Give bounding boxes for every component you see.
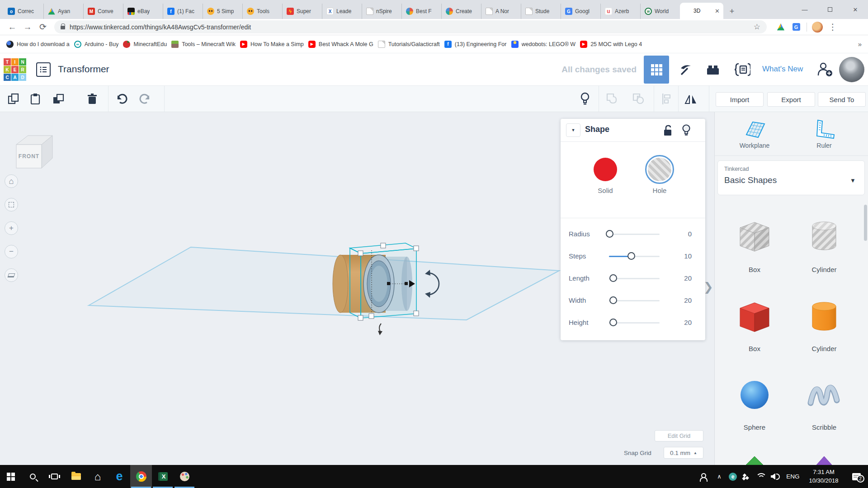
eset-tray-icon[interactable]: e xyxy=(726,465,740,488)
bookmark-star-icon[interactable]: ☆ xyxy=(754,22,760,32)
volume-tray-icon[interactable] xyxy=(768,465,783,488)
export-button[interactable]: Export xyxy=(767,92,815,107)
snap-grid-dropdown[interactable]: 0.1 mm ▲ xyxy=(664,447,703,459)
lock-toggle[interactable] xyxy=(662,124,674,139)
close-tab-icon[interactable]: ✕ xyxy=(715,8,720,14)
fit-view-button[interactable] xyxy=(5,198,18,211)
tab[interactable]: GGoogl xyxy=(561,4,600,19)
workplane-tool[interactable] xyxy=(744,117,766,142)
tab[interactable]: MConve xyxy=(83,4,123,19)
bookmark-item[interactable]: ∞Arduino - Buy xyxy=(74,41,119,48)
wifi-tray-icon[interactable] xyxy=(753,465,768,488)
translate-extension-icon[interactable]: G xyxy=(788,19,804,35)
3d-viewport[interactable]: FRONT ⌂ + − ❯ Edit Grid Snap Grid 0.1 mm… xyxy=(0,112,714,465)
close-window-icon[interactable]: ✕ xyxy=(843,0,868,19)
design-menu-button[interactable] xyxy=(36,62,51,77)
solid-mode-button[interactable] xyxy=(594,158,617,181)
perspective-toggle-button[interactable] xyxy=(5,268,18,282)
tab-active[interactable]: 3D ✕ xyxy=(680,3,723,19)
tab[interactable]: uAzerb xyxy=(600,4,640,19)
width-slider-thumb[interactable] xyxy=(609,296,617,304)
paste-button[interactable] xyxy=(28,92,42,106)
undo-button[interactable] xyxy=(114,92,128,106)
dropbox-tray-icon[interactable] xyxy=(740,465,753,488)
edge-button[interactable]: e xyxy=(108,465,130,488)
redo-button[interactable] xyxy=(138,92,153,106)
align-button[interactable] xyxy=(659,92,674,106)
start-button[interactable] xyxy=(0,465,22,488)
bookmarks-overflow-icon[interactable]: » xyxy=(858,40,862,48)
shape-item-hole-box[interactable] xyxy=(736,219,774,255)
view-cube[interactable]: FRONT xyxy=(15,132,54,170)
import-button[interactable]: Import xyxy=(716,92,764,107)
shape-item-box[interactable] xyxy=(736,299,774,335)
dimension-handle[interactable] xyxy=(387,282,390,285)
bookmark-item[interactable]: f(13) Engineering For xyxy=(444,41,507,48)
visibility-toggle[interactable] xyxy=(681,124,692,139)
address-bar[interactable]: https://www.tinkercad.com/things/kA48Aws… xyxy=(54,20,767,33)
bookmark-item[interactable]: Tools – Minecraft Wik xyxy=(171,41,236,48)
codeblocks-button[interactable] xyxy=(733,61,750,78)
new-tab-button[interactable]: + xyxy=(726,5,738,17)
invite-button[interactable] xyxy=(816,61,834,78)
tab[interactable]: Best F xyxy=(401,4,441,19)
profile-avatar[interactable] xyxy=(810,19,825,35)
tab[interactable]: eBay xyxy=(123,4,163,19)
duplicate-button[interactable] xyxy=(52,92,66,106)
shape-library-dropdown[interactable]: Tinkercad Basic Shapes ▼ xyxy=(717,160,865,195)
home-view-button[interactable]: ⌂ xyxy=(5,174,18,188)
user-avatar[interactable] xyxy=(839,57,864,82)
tab[interactable]: Stude xyxy=(521,4,561,19)
tab[interactable]: WWorld xyxy=(640,4,680,19)
home-app-button[interactable]: ⌂ xyxy=(87,465,108,488)
url-text[interactable]: https://www.tinkercad.com/things/kA48Aws… xyxy=(70,23,251,31)
shape-item-scribble[interactable] xyxy=(805,378,843,414)
chrome-button[interactable] xyxy=(130,465,152,488)
bookmark-item[interactable]: Tutorials/Galacticraft xyxy=(378,41,440,48)
tab[interactable]: Create xyxy=(441,4,481,19)
paint-button[interactable] xyxy=(174,465,195,488)
panel-scrollbar[interactable] xyxy=(864,205,867,241)
tab[interactable]: 5 Simp xyxy=(203,4,242,19)
tab[interactable]: Tools xyxy=(242,4,282,19)
whats-new-link[interactable]: What's New xyxy=(762,65,803,74)
taskbar-search-button[interactable] xyxy=(22,465,43,488)
lock-icon[interactable] xyxy=(61,26,65,29)
maximize-icon[interactable] xyxy=(817,0,843,19)
workplane-outline[interactable] xyxy=(89,247,559,320)
file-explorer-button[interactable] xyxy=(65,465,87,488)
refresh-icon[interactable]: ⟳ xyxy=(35,19,51,35)
browser-menu-icon[interactable]: ⋮ xyxy=(825,19,840,35)
radius-slider[interactable] xyxy=(609,234,660,235)
hide-selected-button[interactable] xyxy=(578,92,592,106)
bookmark-item[interactable]: wedobots: LEGO® W xyxy=(511,41,576,48)
tab[interactable]: ϟSuper xyxy=(282,4,322,19)
back-icon[interactable]: ← xyxy=(5,19,20,35)
tab[interactable]: XLeade xyxy=(322,4,362,19)
bookmark-item[interactable]: ▶25 MOC with Lego 4 xyxy=(580,41,642,48)
tab[interactable]: nSpire xyxy=(362,4,401,19)
delete-button[interactable] xyxy=(85,92,99,106)
tab[interactable]: Ayan xyxy=(43,4,83,19)
tab[interactable]: f(1) Fac xyxy=(163,4,203,19)
edit-grid-button[interactable]: Edit Grid xyxy=(655,430,703,441)
copy-button[interactable] xyxy=(6,92,21,106)
excel-button[interactable]: X xyxy=(152,465,174,488)
minecraft-export-button[interactable] xyxy=(676,61,693,78)
minimize-icon[interactable]: — xyxy=(792,0,817,19)
tray-expand-button[interactable]: ∧ xyxy=(712,465,726,488)
zoom-out-button[interactable]: − xyxy=(5,245,18,258)
tinkercad-logo[interactable]: T I N K E R C A D xyxy=(4,58,26,81)
bookmark-item[interactable]: How do I download a xyxy=(6,41,70,48)
length-slider-thumb[interactable] xyxy=(609,274,617,282)
shape-item-sphere[interactable] xyxy=(736,378,774,414)
ruler-tool[interactable] xyxy=(813,118,836,142)
design-title[interactable]: Transformer xyxy=(58,64,109,75)
drive-extension-icon[interactable] xyxy=(773,19,788,35)
shape-item-cylinder[interactable] xyxy=(805,299,843,335)
dimension-handle[interactable] xyxy=(405,282,408,285)
forward-icon[interactable]: → xyxy=(20,19,35,35)
task-view-button[interactable] xyxy=(43,465,65,488)
bookmark-item[interactable]: ▶How To Make a Simp xyxy=(240,41,304,48)
brick-export-button[interactable] xyxy=(704,61,722,78)
